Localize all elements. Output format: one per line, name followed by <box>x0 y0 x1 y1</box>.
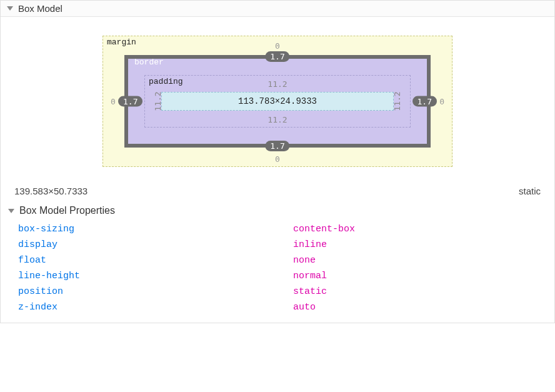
property-value[interactable]: none <box>293 255 316 266</box>
box-model-header[interactable]: Box Model <box>1 1 554 17</box>
element-dimensions: 139.583×50.7333 <box>14 186 88 196</box>
property-name[interactable]: position <box>18 286 293 297</box>
element-position: static <box>519 186 541 196</box>
property-value[interactable]: auto <box>293 302 316 313</box>
margin-right-value[interactable]: 0 <box>439 97 444 106</box>
margin-region[interactable]: margin 0 0 0 0 1.7 1.7 1.7 1.7 border pa… <box>102 36 452 167</box>
property-name[interactable]: z-index <box>18 302 293 313</box>
property-value[interactable]: normal <box>293 271 327 281</box>
border-top-value[interactable]: 1.7 <box>265 51 289 62</box>
margin-label: margin <box>107 38 136 47</box>
content-size: 113.783×24.9333 <box>238 96 317 106</box>
box-model-panel: Box Model margin 0 0 0 0 1.7 1.7 1.7 1.7… <box>0 0 555 323</box>
property-name[interactable]: box-sizing <box>18 224 293 234</box>
border-bottom-value[interactable]: 1.7 <box>265 141 289 151</box>
property-row: z-index auto <box>1 299 554 315</box>
margin-bottom-value[interactable]: 0 <box>275 154 280 164</box>
box-model-properties-header[interactable]: Box Model Properties <box>1 200 554 219</box>
property-row: float none <box>1 253 554 268</box>
chevron-down-icon <box>7 6 13 11</box>
properties-table: box-sizing content-box display inline fl… <box>1 219 554 323</box>
border-right-value[interactable]: 1.7 <box>412 96 437 107</box>
property-row: line-height normal <box>1 268 554 284</box>
property-row: display inline <box>1 237 554 253</box>
border-left-value[interactable]: 1.7 <box>118 96 142 107</box>
property-name[interactable]: line-height <box>18 271 293 281</box>
property-row: position static <box>1 284 554 299</box>
margin-left-value[interactable]: 0 <box>111 97 116 106</box>
margin-top-value[interactable]: 0 <box>275 41 280 51</box>
property-value[interactable]: inline <box>293 239 327 250</box>
chevron-down-icon <box>8 209 14 213</box>
content-region[interactable]: 113.783×24.9333 <box>161 92 394 111</box>
padding-top-value[interactable]: 11.2 <box>268 79 287 89</box>
box-model-diagram: margin 0 0 0 0 1.7 1.7 1.7 1.7 border pa… <box>1 17 554 177</box>
padding-label: padding <box>149 77 183 86</box>
property-value[interactable]: static <box>293 286 327 297</box>
dimensions-row: 139.583×50.7333 static <box>1 177 554 200</box>
padding-bottom-value[interactable]: 11.2 <box>268 115 287 124</box>
property-value[interactable]: content-box <box>293 224 355 234</box>
property-name[interactable]: float <box>18 255 293 266</box>
padding-region[interactable]: padding 11.2 11.2 11.2 11.2 113.783×24.9… <box>144 75 411 128</box>
border-label: border <box>134 58 164 67</box>
border-region[interactable]: border padding 11.2 11.2 11.2 11.2 113.7… <box>124 55 431 148</box>
section-title: Box Model <box>18 3 62 14</box>
padding-right-value[interactable]: 11.2 <box>392 91 402 111</box>
properties-title: Box Model Properties <box>19 205 115 216</box>
property-row: box-sizing content-box <box>1 221 554 237</box>
property-name[interactable]: display <box>18 239 293 250</box>
